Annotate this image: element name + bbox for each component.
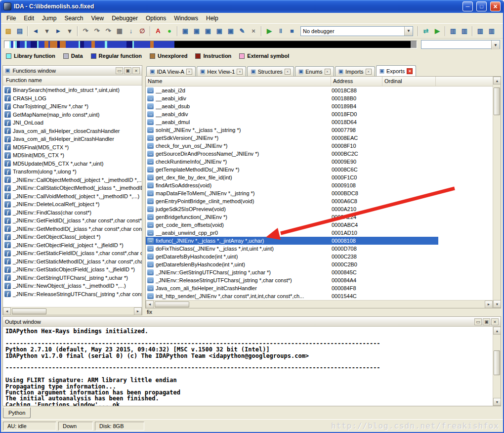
- export-row[interactable]: →_JNIEnv::ReleaseStringUTFChars(_jstring…: [146, 276, 438, 284]
- navband-segment[interactable]: [17, 41, 20, 48]
- restore-window-icon[interactable]: [116, 67, 123, 74]
- export-row[interactable]: →checkRuntimeInfo(_JNIEnv *)00009E90: [146, 158, 438, 166]
- function-name-column-header[interactable]: Function name: [3, 76, 142, 86]
- add-breakpoint-icon[interactable]: ▣: [191, 26, 202, 37]
- export-row[interactable]: →__aeabi_dsub000189B4: [146, 102, 438, 110]
- tab-close-icon[interactable]: ×: [366, 69, 372, 75]
- restore-window-icon[interactable]: [474, 318, 482, 325]
- scrollbar-thumb[interactable]: [494, 350, 500, 375]
- export-row[interactable]: →Java_com_ali_fixHelper_initCrashHandler…: [146, 284, 438, 292]
- tab-exports[interactable]: ▣Exports×: [376, 65, 417, 76]
- function-item[interactable]: fCharTojstring(_JNIEnv *,char *): [3, 102, 142, 111]
- navband-range-select[interactable]: ▼: [421, 40, 500, 49]
- function-item[interactable]: f_JNIEnv::CallVoidMethod(_jobject *,_jme…: [3, 192, 142, 201]
- open-file-icon[interactable]: ▨: [3, 26, 14, 37]
- delete-icon[interactable]: ×: [248, 26, 259, 37]
- start-process-icon[interactable]: ▶: [264, 26, 275, 37]
- menu-windows[interactable]: Windows: [170, 13, 202, 23]
- jump-segment-icon[interactable]: ↷: [91, 26, 102, 37]
- desktop-window-2-icon[interactable]: ▥: [459, 26, 470, 37]
- scroll-left-icon[interactable]: [146, 301, 154, 308]
- window-add-icon[interactable]: ▥: [475, 26, 486, 37]
- function-item[interactable]: fJava_com_ali_fixHelper_initCrashHandler: [3, 135, 142, 143]
- navband-segment[interactable]: [84, 41, 91, 48]
- navband-segment[interactable]: [126, 41, 132, 48]
- export-row[interactable]: →getSdkVersion(_JNIEnv *)00008EAC: [146, 134, 438, 142]
- tab-enums[interactable]: ▣Enums×: [295, 66, 334, 76]
- navband-segment[interactable]: [20, 41, 25, 48]
- scroll-down-icon[interactable]: [493, 398, 501, 406]
- text-search-icon[interactable]: A: [153, 26, 164, 37]
- jump-address-icon[interactable]: ↓: [126, 26, 136, 37]
- export-row[interactable]: →soInit(_JNIEnv *,_jclass *,_jstring *)0…: [146, 126, 438, 134]
- function-item[interactable]: fBinarySearch(method_info_struct *,uint,…: [3, 86, 142, 94]
- export-row[interactable]: →__aeabi_ddiv00018FD0: [146, 110, 438, 118]
- tab-close-icon[interactable]: ×: [407, 68, 413, 74]
- menu-options[interactable]: Options: [142, 13, 170, 23]
- navband-segment[interactable]: [31, 41, 37, 48]
- export-row[interactable]: →mapDataFileToMem(_JNIEnv *,_jstring *)0…: [146, 189, 438, 197]
- debugger-select[interactable]: No debugger▼: [300, 26, 413, 36]
- menu-help[interactable]: Help: [202, 13, 222, 23]
- function-item[interactable]: f_JNIEnv::FindClass(char const*): [3, 209, 142, 217]
- maximize-button[interactable]: [476, 1, 487, 11]
- tab-close-icon[interactable]: ×: [325, 69, 331, 75]
- navband-segment[interactable]: [39, 41, 44, 48]
- menu-edit[interactable]: Edit: [20, 13, 38, 23]
- function-item[interactable]: f_JNIEnv::GetMethodID(_jclass *,char con…: [3, 225, 142, 233]
- navband-segment[interactable]: [4, 41, 9, 48]
- save-icon[interactable]: ▤: [14, 26, 25, 37]
- navband-segment[interactable]: [150, 41, 154, 48]
- navband-segment[interactable]: [66, 41, 79, 48]
- navband-segment[interactable]: [174, 41, 411, 48]
- navigate-forward-history-icon[interactable]: ▾: [64, 26, 75, 37]
- chevron-down-icon[interactable]: ▼: [404, 27, 413, 36]
- edit-icon[interactable]: ✎: [237, 26, 248, 37]
- navband-segment[interactable]: [27, 41, 31, 48]
- export-row[interactable]: →getDatarefslenByHashcode(int *,uint)000…: [146, 260, 438, 268]
- output-vertical-scrollbar[interactable]: [493, 327, 501, 406]
- function-item[interactable]: f_JNIEnv::ReleaseStringUTFChars(_jstring…: [3, 290, 142, 299]
- desktop-window-icon[interactable]: ▥: [448, 26, 459, 37]
- export-row[interactable]: →getTemplateMethodIDs(_JNIEnv *)00008C6C: [146, 166, 438, 173]
- tab-close-icon[interactable]: ×: [285, 69, 291, 75]
- breakpoint-list-icon[interactable]: ▣: [180, 26, 191, 37]
- output-window-titlebar[interactable]: Output window: [3, 317, 501, 327]
- jump-name-icon[interactable]: ↷: [103, 26, 114, 37]
- navigate-back-icon[interactable]: ◄: [30, 26, 41, 37]
- export-row[interactable]: →getSourceDirAndProcessName(_JNIEnv *)00…: [146, 150, 438, 158]
- produce-file-icon[interactable]: ▦: [114, 26, 125, 37]
- window-list-icon[interactable]: ▥: [486, 26, 497, 37]
- export-row[interactable]: →__aeabi_idiv000188B0: [146, 94, 438, 102]
- scroll-right-icon[interactable]: [134, 307, 142, 315]
- run-until-return-icon[interactable]: ▣: [225, 26, 236, 37]
- navband-segment[interactable]: [91, 41, 95, 48]
- tab-close-icon[interactable]: ×: [237, 69, 243, 75]
- menu-view[interactable]: View: [87, 13, 108, 23]
- export-row[interactable]: →__aeabi_i2d00018C88: [146, 87, 438, 94]
- function-item[interactable]: f_JNIEnv::GetStringUTFChars(_jstring *,u…: [3, 274, 142, 282]
- exports-vertical-scrollbar[interactable]: [493, 77, 501, 308]
- navband-segment[interactable]: [80, 41, 84, 48]
- navband-segment[interactable]: [60, 41, 66, 48]
- export-row[interactable]: →fixfunc(_JNIEnv *,_jclass *,_jintArray …: [146, 237, 438, 245]
- function-item[interactable]: f_JNIEnv::GetObjectClass(_jobject *): [3, 233, 142, 241]
- function-item[interactable]: f_JNIEnv::GetObjectField(_jobject *,_jfi…: [3, 241, 142, 250]
- function-item[interactable]: f_JNIEnv::CallStaticObjectMethod(_jclass…: [3, 184, 142, 192]
- exports-horizontal-scrollbar[interactable]: [146, 300, 493, 308]
- function-item[interactable]: fJNI_OnLoad: [3, 119, 142, 127]
- tab-ida-view-a[interactable]: ▣IDA View-A×: [146, 66, 196, 76]
- jump-function-icon[interactable]: ↷: [80, 26, 91, 37]
- function-item[interactable]: f_JNIEnv::GetFieldID(_jclass *,char cons…: [3, 216, 142, 225]
- function-item[interactable]: fMD5Update(MD5_CTX *,uchar *,uint): [3, 160, 142, 168]
- export-row[interactable]: →getDatarefsByHashcode(int *,uint)0000C2…: [146, 253, 438, 260]
- export-row[interactable]: →check_for_yun_os(_JNIEnv *)00008F10: [146, 142, 438, 150]
- attach-process-icon[interactable]: ▶: [432, 26, 443, 37]
- navband-segment[interactable]: [95, 41, 105, 48]
- analysis-indicator-icon[interactable]: ●: [164, 26, 175, 37]
- pause-process-icon[interactable]: ‖: [275, 26, 286, 37]
- navband-segment[interactable]: [411, 41, 417, 48]
- export-row[interactable]: →get_dex_file_by_dex_file_id(int)0000F1C…: [146, 173, 438, 181]
- close-window-icon[interactable]: [491, 318, 499, 325]
- export-row[interactable]: →genEntryPointBridge_clinit_method(void)…: [146, 197, 438, 205]
